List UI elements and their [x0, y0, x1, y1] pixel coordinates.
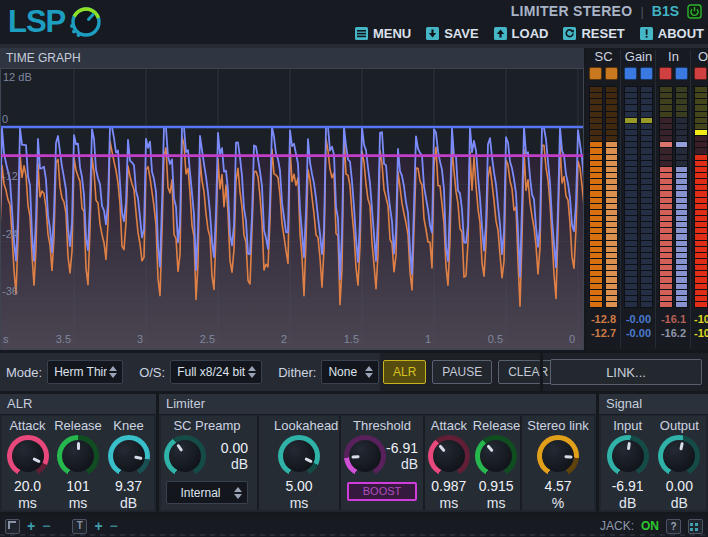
- power-icon[interactable]: [687, 4, 702, 19]
- menu-item-label: ABOUT: [658, 26, 704, 41]
- dither-select[interactable]: None: [321, 360, 379, 384]
- about-icon: [640, 27, 653, 40]
- sc-preamp-label: SC Preamp: [161, 416, 253, 433]
- svg-text:0: 0: [2, 113, 8, 125]
- limiter-release-knob[interactable]: [475, 435, 517, 477]
- meter-label: SC: [588, 48, 619, 64]
- meter-label: In: [658, 48, 689, 64]
- alr-knee-knob[interactable]: [108, 435, 150, 477]
- alr-attack-knob-unit: Attack 20.0 ms: [3, 416, 53, 510]
- font-scale-decrease-button[interactable]: −: [110, 519, 118, 533]
- header-bar: LSP LIMITER STEREO | B1S: [0, 0, 708, 44]
- spin-arrows-icon: [107, 365, 122, 379]
- svg-text:2: 2: [281, 333, 287, 345]
- menu-item-save[interactable]: SAVE: [426, 26, 478, 41]
- pause-button[interactable]: PAUSE: [432, 360, 492, 384]
- stereo-link-value: 4.57: [522, 478, 594, 495]
- svg-text:1.5: 1.5: [344, 333, 359, 345]
- svg-text:1: 1: [425, 333, 431, 345]
- alr-release-unit: ms: [53, 495, 103, 512]
- alr-release-knob[interactable]: [57, 435, 99, 477]
- sc-preamp-knob[interactable]: [164, 435, 206, 477]
- svg-text:2.5: 2.5: [200, 333, 215, 345]
- meter-divider: [620, 50, 621, 348]
- meter-channel-toggle[interactable]: [589, 67, 602, 80]
- meter-bar: [605, 86, 619, 308]
- meter-bar: [659, 86, 673, 308]
- menu-item-label: MENU: [373, 26, 411, 41]
- link-button[interactable]: LINK...: [550, 359, 702, 385]
- reset-icon: [563, 27, 576, 40]
- stereo-link-label: Stereo link: [522, 416, 594, 433]
- lookahead-knob[interactable]: [278, 435, 320, 477]
- input-gain-knob[interactable]: [607, 435, 649, 477]
- limiter-release-unit: ms: [473, 495, 520, 512]
- alr-section: ALR Attack 20.0 ms Release 101 ms: [0, 394, 156, 512]
- input-gain-value: -6.91: [603, 478, 653, 495]
- limiter-attack-knob[interactable]: [428, 435, 470, 477]
- meter-group-out: Out-10.1-10.1: [693, 48, 708, 350]
- time-graph-panel: TIME GRAPH 12 dB0-12-24-363.532.521.510.…: [0, 48, 584, 350]
- menubar: MENU SAVE LOAD: [355, 22, 704, 44]
- output-gain-knob[interactable]: [658, 435, 700, 477]
- ui-scale-increase-button[interactable]: +: [27, 519, 35, 533]
- output-gain-unit: dB: [654, 495, 704, 512]
- limiter-attack-unit: ms: [425, 495, 472, 512]
- alr-attack-unit: ms: [3, 495, 53, 512]
- threshold-unit: dB: [386, 456, 418, 472]
- menu-item-menu[interactable]: MENU: [355, 26, 411, 41]
- load-icon: [494, 27, 507, 40]
- font-scale-icon: T: [72, 519, 87, 534]
- spin-arrows-icon: [232, 486, 247, 500]
- meter-channel-toggle[interactable]: [624, 67, 637, 80]
- oversampling-value: Full x8/24 bit: [171, 365, 246, 379]
- sidechain-source-select[interactable]: Internal: [166, 481, 248, 504]
- alr-toggle-button[interactable]: ALR: [383, 360, 426, 384]
- meter-channel-toggle[interactable]: [675, 67, 688, 80]
- font-scale-increase-button[interactable]: +: [94, 519, 102, 533]
- spin-arrows-icon: [246, 365, 261, 379]
- meter-channel-toggle[interactable]: [694, 67, 707, 80]
- oversampling-select[interactable]: Full x8/24 bit: [170, 360, 262, 384]
- plugin-window: LSP LIMITER STEREO | B1S: [0, 0, 708, 537]
- meter-value: -0.00: [623, 312, 654, 326]
- limiter-release-label: Release: [473, 416, 520, 433]
- output-gain-label: Output: [654, 416, 704, 433]
- ui-scale-decrease-button[interactable]: −: [42, 519, 50, 533]
- alr-attack-knob[interactable]: [7, 435, 49, 477]
- stereo-link-knob[interactable]: [537, 435, 579, 477]
- mode-label: Mode:: [6, 365, 42, 380]
- lsp-logo: LSP: [8, 2, 103, 42]
- sc-preamp-cell: SC Preamp 0.00 dB Internal: [161, 416, 257, 510]
- titlebar: LIMITER STEREO | B1S: [511, 0, 702, 22]
- menu-item-reset[interactable]: RESET: [563, 26, 624, 41]
- alr-knee-label: Knee: [104, 416, 154, 433]
- meter-channel-toggle[interactable]: [640, 67, 653, 80]
- debug-button[interactable]: [688, 519, 703, 534]
- threshold-cell: Threshold -6.91 dB BOOST: [341, 416, 423, 510]
- menu-item-label: RESET: [581, 26, 624, 41]
- output-gain-value: 0.00: [654, 478, 704, 495]
- threshold-knob[interactable]: [344, 435, 386, 477]
- mode-select[interactable]: Herm Thin: [47, 360, 123, 384]
- dither-value: None: [322, 365, 363, 379]
- svg-text:0: 0: [569, 333, 575, 345]
- menu-item-load[interactable]: LOAD: [494, 26, 549, 41]
- menu-item-label: LOAD: [512, 26, 549, 41]
- ui-scale-icon: [5, 519, 20, 534]
- limiter-attack-value: 0.987: [425, 478, 472, 495]
- save-icon: [426, 27, 439, 40]
- help-button[interactable]: ?: [666, 519, 681, 534]
- meter-channel-toggle[interactable]: [605, 67, 618, 80]
- limiter-attack-label: Attack: [425, 416, 472, 433]
- sidechain-source-value: Internal: [167, 486, 232, 500]
- boost-toggle-button[interactable]: BOOST: [347, 482, 417, 501]
- input-gain-unit: dB: [603, 495, 653, 512]
- limiter-section-title: Limiter: [159, 394, 596, 415]
- alr-knee-unit: dB: [104, 495, 154, 512]
- menu-icon: [355, 27, 368, 40]
- meter-channel-toggle[interactable]: [659, 67, 672, 80]
- threshold-value: -6.91: [386, 440, 418, 456]
- menu-item-about[interactable]: ABOUT: [640, 26, 704, 41]
- svg-text:-36: -36: [2, 285, 18, 297]
